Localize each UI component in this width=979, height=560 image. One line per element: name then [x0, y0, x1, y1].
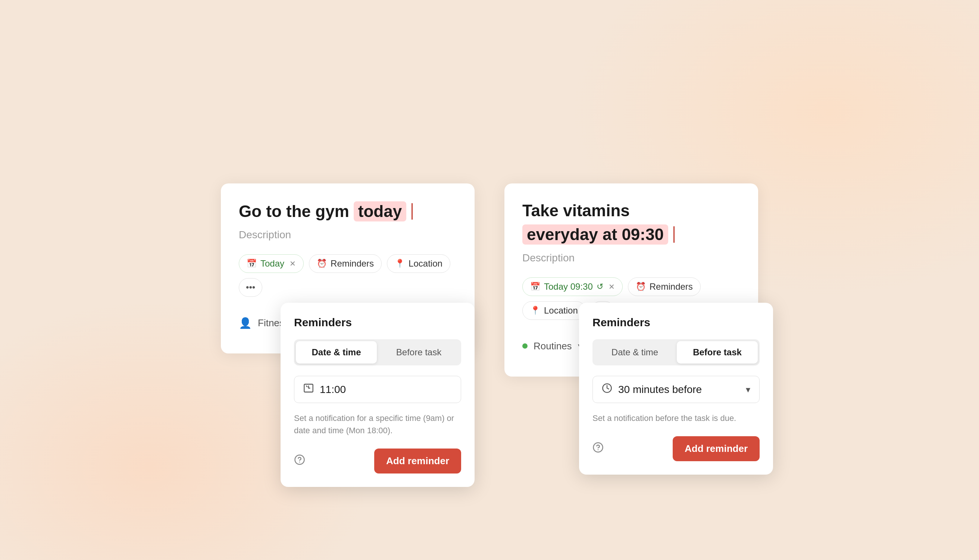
time-input-wrapper-gym — [294, 376, 461, 403]
tab-switcher-gym: Date & time Before task — [294, 339, 461, 365]
add-reminder-button-gym[interactable]: Add reminder — [374, 448, 461, 473]
date-chip-vitamins[interactable]: 📅 Today 09:30 ↺ ✕ — [522, 277, 623, 296]
task-title-gym: Go to the gym today — [239, 201, 457, 222]
category-dot-vitamins — [522, 343, 528, 348]
category-row-vitamins: Routines ▾ — [522, 340, 582, 352]
location-icon-vitamins: 📍 — [530, 306, 540, 315]
card-vitamins: Take vitamins everyday at 09:30 Descript… — [505, 183, 758, 377]
location-chip-label-vitamins: Location — [544, 305, 578, 316]
task-description-vitamins: Description — [522, 252, 740, 264]
date-chip-gym[interactable]: 📅 Today ✕ — [239, 254, 304, 273]
date-chip-close-gym[interactable]: ✕ — [289, 259, 296, 268]
date-chip-label-gym: Today — [261, 258, 284, 269]
toolbar-gym: 📅 Today ✕ ⏰ Reminders 📍 Location ••• — [239, 254, 457, 297]
svg-line-1 — [306, 386, 307, 387]
cursor-vitamins — [673, 226, 675, 243]
location-chip-vitamins[interactable]: 📍 Location — [522, 301, 586, 320]
reminders-popup-vitamins: Reminders Date & time Before task 30 min… — [579, 303, 773, 475]
chevron-down-icon-vitamins: ▾ — [746, 384, 750, 395]
clock-icon-gym — [303, 383, 314, 396]
duration-clock-icon-vitamins — [602, 383, 612, 396]
reminder-hint-gym: Set a notification for a specific time (… — [294, 412, 461, 437]
task-highlight-gym: today — [354, 201, 406, 222]
bell-icon-vitamins: ⏰ — [636, 282, 646, 292]
reminders-chip-label-gym: Reminders — [331, 258, 374, 269]
repeat-icon-vitamins: ↺ — [596, 282, 603, 292]
tab-date-time-vitamins[interactable]: Date & time — [594, 341, 675, 363]
calendar-icon-vitamins: 📅 — [530, 282, 540, 292]
task-highlight-vitamins: everyday at 09:30 — [522, 225, 668, 245]
help-icon-gym[interactable] — [294, 454, 305, 468]
task-title-vitamins: Take vitamins everyday at 09:30 — [522, 201, 740, 245]
more-dots-gym: ••• — [246, 282, 255, 293]
bell-icon-gym: ⏰ — [317, 259, 327, 268]
help-icon-vitamins[interactable] — [593, 442, 604, 456]
task-title-prefix-vitamins: Take vitamins — [522, 201, 630, 220]
reminders-chip-gym[interactable]: ⏰ Reminders — [309, 254, 382, 273]
category-label-vitamins: Routines — [533, 340, 572, 352]
more-chip-gym[interactable]: ••• — [239, 278, 262, 297]
date-chip-label-vitamins: Today 09:30 — [544, 282, 593, 292]
person-icon-gym: 👤 — [239, 317, 252, 329]
location-chip-label-gym: Location — [409, 258, 443, 269]
time-input-gym[interactable] — [320, 383, 453, 396]
reminder-footer-gym: Add reminder — [294, 448, 461, 473]
task-title-prefix-gym: Go to the gym — [239, 202, 349, 221]
category-row-gym: 👤 Fitnes — [239, 317, 284, 329]
reminders-chip-label-vitamins: Reminders — [650, 282, 693, 292]
tab-switcher-vitamins: Date & time Before task — [593, 339, 760, 365]
tab-before-task-vitamins[interactable]: Before task — [677, 341, 758, 363]
date-chip-close-vitamins[interactable]: ✕ — [608, 282, 615, 291]
duration-label-vitamins: 30 minutes before — [618, 383, 740, 396]
tab-before-task-gym[interactable]: Before task — [378, 341, 459, 363]
reminders-popup-title-gym: Reminders — [294, 316, 461, 329]
reminders-popup-title-vitamins: Reminders — [593, 316, 760, 329]
reminder-footer-vitamins: Add reminder — [593, 436, 760, 461]
reminder-hint-vitamins: Set a notification before the task is du… — [593, 412, 760, 424]
calendar-icon-gym: 📅 — [247, 259, 257, 268]
add-reminder-button-vitamins[interactable]: Add reminder — [673, 436, 760, 461]
reminders-popup-gym: Reminders Date & time Before task Set a … — [281, 303, 474, 487]
location-icon-gym: 📍 — [395, 259, 405, 268]
task-description-gym: Description — [239, 229, 457, 241]
reminders-chip-vitamins[interactable]: ⏰ Reminders — [628, 277, 701, 296]
card-gym: Go to the gym today Description 📅 Today … — [221, 183, 474, 353]
tab-date-time-gym[interactable]: Date & time — [296, 341, 377, 363]
duration-select-vitamins[interactable]: 30 minutes before ▾ — [593, 376, 760, 403]
location-chip-gym[interactable]: 📍 Location — [387, 254, 450, 273]
cards-container: Go to the gym today Description 📅 Today … — [221, 183, 758, 377]
cursor-gym — [411, 203, 413, 220]
